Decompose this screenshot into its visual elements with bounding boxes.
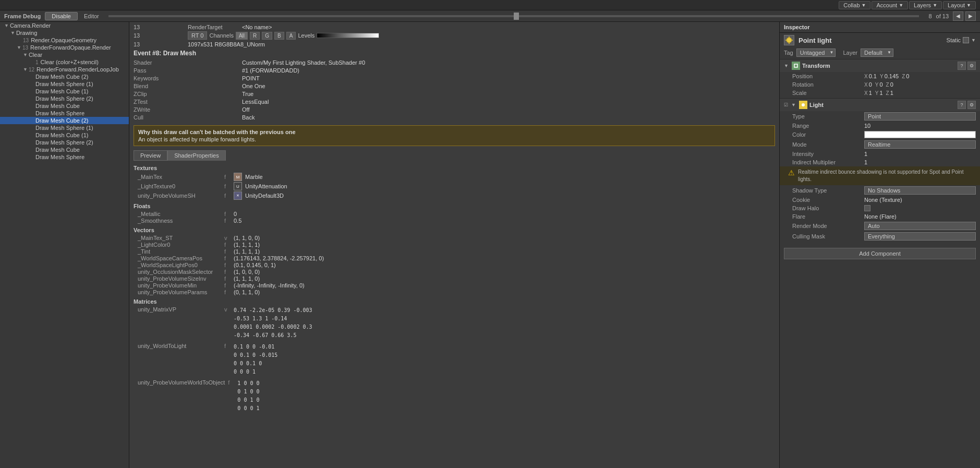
- tree-item-draw-mesh-sphere-5[interactable]: Draw Mesh Sphere (2): [0, 139, 129, 146]
- nav-slider[interactable]: [108, 15, 919, 17]
- disable-button[interactable]: Disable: [45, 12, 78, 20]
- transform-settings-button[interactable]: ⚙: [967, 62, 976, 70]
- light-settings-button[interactable]: ⚙: [967, 101, 976, 109]
- shadow-type-row: Shadow Type No Shadows: [780, 185, 980, 196]
- levels-track[interactable]: [317, 33, 379, 38]
- pos-x-item: X 0.1: [864, 73, 877, 79]
- tree-item-clear[interactable]: ▼Clear: [0, 51, 129, 58]
- position-xyz: X 0.1 Y 0.145 Z 0: [864, 73, 909, 79]
- pos-z-item: Z 0: [902, 73, 909, 79]
- rot-z-val[interactable]: 0: [890, 81, 893, 88]
- indent-spacer: [17, 154, 23, 160]
- light-svg: [800, 102, 806, 108]
- matrix-values-2: 1 0 0 00 1 0 00 0 1 00 0 0 1: [237, 379, 259, 413]
- tree-item-render-forward-loopjob[interactable]: ▼12RenderForward.RenderLoopJob: [0, 66, 129, 73]
- render-mode-dropdown[interactable]: Auto: [864, 222, 976, 230]
- object-name: Point light: [798, 37, 832, 44]
- tree-label: Draw Mesh Sphere (2): [35, 95, 93, 102]
- scale-x-val[interactable]: 1: [869, 90, 872, 96]
- nav-prev-button[interactable]: ◀: [953, 11, 963, 21]
- cookie-value: None (Texture): [864, 197, 976, 203]
- transform-help-button[interactable]: ?: [958, 62, 966, 70]
- indent-spacer: [17, 103, 23, 109]
- vector-flag-3: f: [224, 255, 231, 261]
- account-button[interactable]: Account ▼: [872, 1, 908, 9]
- texture-name-1: _LightTexture0: [138, 183, 221, 189]
- tree-item-render-opaque-geo[interactable]: 13Render.OpaqueGeometry: [0, 37, 129, 44]
- tree-item-draw-mesh-cube-1[interactable]: Draw Mesh Cube (2): [0, 73, 129, 80]
- scale-y-val[interactable]: 1: [879, 90, 882, 96]
- pos-x-val[interactable]: 0.1: [869, 73, 877, 79]
- vector-flag-5: f: [224, 269, 231, 275]
- layer-dropdown[interactable]: Default ▼: [861, 49, 893, 57]
- matrix-flag-1: f: [224, 343, 231, 349]
- tree-item-draw-mesh-cube-5[interactable]: Draw Mesh Cube: [0, 146, 129, 153]
- channel-b-button[interactable]: B: [274, 32, 284, 40]
- rot-y-val[interactable]: 0: [879, 81, 882, 88]
- tag-dropdown[interactable]: Untagged ▼: [796, 49, 836, 57]
- light-section: ☑ ▼ Light ? ⚙ Type Point: [780, 98, 980, 242]
- render-target-value: <No name>: [242, 24, 272, 30]
- channel-all-button[interactable]: All: [236, 32, 248, 40]
- light-header[interactable]: ☑ ▼ Light ? ⚙: [780, 99, 980, 111]
- tree-count: 12: [29, 67, 34, 73]
- shadow-type-dropdown[interactable]: No Shadows: [864, 186, 976, 195]
- color-swatch[interactable]: [864, 131, 976, 138]
- tree-item-render-forward-opaque-render[interactable]: ▼13RenderForwardOpaque.Render: [0, 44, 129, 51]
- draw-halo-label: Draw Halo: [792, 205, 860, 211]
- pos-y-val[interactable]: 0.145: [885, 73, 899, 79]
- matrix-row-2: unity_ProbeVolumeWorldToObject f 1 0 0 0…: [134, 379, 775, 413]
- tree-item-draw-mesh-cube-4[interactable]: Draw Mesh Cube (1): [0, 131, 129, 139]
- indent-spacer: [17, 125, 23, 131]
- rt-label[interactable]: RT 0: [188, 31, 207, 40]
- mode-dropdown[interactable]: Realtime: [864, 140, 976, 149]
- vector-name-5: unity_OcclusionMaskSelector: [138, 269, 221, 275]
- tab-preview[interactable]: Preview: [134, 150, 167, 161]
- add-component-button[interactable]: Add Component: [784, 248, 976, 259]
- layout-button[interactable]: Layout ▼: [943, 1, 976, 9]
- light-help-button[interactable]: ?: [958, 101, 966, 109]
- tree-item-draw-mesh-cube-3[interactable]: Draw Mesh Cube: [0, 102, 129, 110]
- static-checkbox[interactable]: [963, 37, 969, 43]
- tree-item-draw-mesh-sphere-1[interactable]: Draw Mesh Sphere (1): [0, 80, 129, 88]
- tree-item-draw-mesh-sphere-6[interactable]: Draw Mesh Sphere: [0, 153, 129, 161]
- pos-x-letter: X: [864, 74, 868, 79]
- tree-item-draw-mesh-cube-selected[interactable]: Draw Mesh Cube (2): [0, 117, 129, 124]
- rot-x-val[interactable]: 0: [869, 81, 872, 88]
- collab-button[interactable]: Collab ▼: [839, 1, 870, 9]
- shader-row: Shader Custom/My First Lighting Shader, …: [134, 59, 775, 66]
- rot-x-item: X 0: [864, 81, 872, 88]
- static-section: Static ▼: [947, 37, 976, 43]
- range-value[interactable]: 10: [864, 123, 976, 129]
- vector-name-7: unity_ProbeVolumeMin: [138, 282, 221, 289]
- rt-row: 13 RT 0 Channels All R G B A Levels: [134, 31, 775, 40]
- texture-flag-1: f: [224, 183, 231, 189]
- intensity-value[interactable]: 1: [864, 151, 976, 157]
- layers-button[interactable]: Layers ▼: [909, 1, 942, 9]
- channel-g-button[interactable]: G: [262, 32, 272, 40]
- tree-item-draw-mesh-sphere-2[interactable]: Draw Mesh Sphere (2): [0, 95, 129, 102]
- vector-value-5: (1, 0, 0, 0): [234, 269, 260, 275]
- transform-header[interactable]: ▼ Transform ? ⚙: [780, 59, 980, 72]
- tree-item-draw-mesh-sphere-4[interactable]: Draw Mesh Sphere (1): [0, 124, 129, 131]
- nav-next-button[interactable]: ▶: [965, 11, 976, 21]
- indirect-multiplier-value[interactable]: 1: [864, 159, 976, 165]
- vector-flag-1: f: [224, 242, 231, 248]
- tree-item-camera-render[interactable]: ▼Camera.Render: [0, 22, 129, 29]
- zwrite-value: Off: [242, 106, 775, 113]
- tree-item-draw-mesh-sphere-3[interactable]: Draw Mesh Sphere: [0, 110, 129, 117]
- type-dropdown[interactable]: Point: [864, 112, 976, 121]
- pos-z-val[interactable]: 0: [906, 73, 909, 79]
- static-dropdown-arrow[interactable]: ▼: [971, 38, 976, 43]
- channel-a-button[interactable]: A: [286, 32, 296, 40]
- tree-item-drawing[interactable]: ▼Drawing: [0, 29, 129, 37]
- scale-z-val[interactable]: 1: [890, 90, 893, 96]
- channel-r-button[interactable]: R: [250, 32, 260, 40]
- tree-item-draw-mesh-cube-2[interactable]: Draw Mesh Cube (1): [0, 88, 129, 95]
- culling-mask-dropdown[interactable]: Everything: [864, 232, 976, 241]
- tab-shader-properties[interactable]: ShaderProperties: [167, 150, 226, 161]
- draw-halo-checkbox[interactable]: [864, 205, 870, 211]
- shadow-type-label: Shadow Type: [792, 187, 860, 194]
- tree-item-clear-stencil[interactable]: 1Clear (color+Z+stencil): [0, 58, 129, 66]
- tree-label: Draw Mesh Sphere: [35, 154, 84, 160]
